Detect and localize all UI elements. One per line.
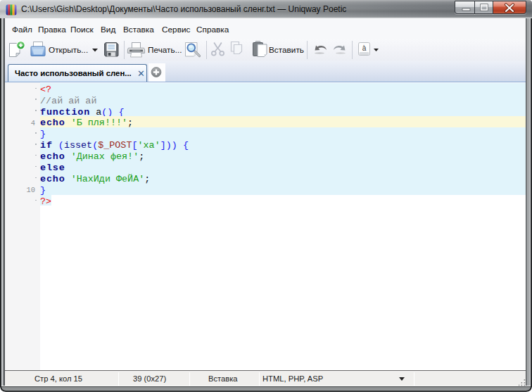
svg-text:à: à <box>362 44 367 52</box>
